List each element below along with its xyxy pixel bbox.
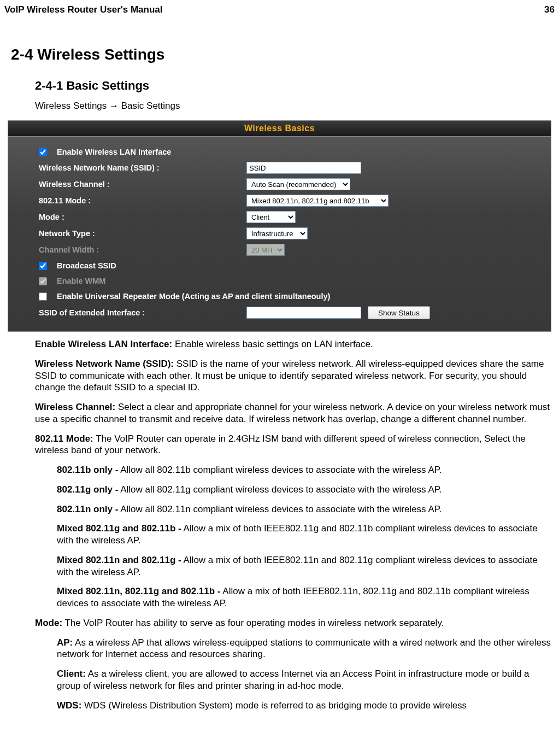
row-channel: Wireless Channel : Auto Scan (recommende…	[8, 176, 551, 192]
page-header: VoIP Wireless Router User's Manual 36	[4, 4, 555, 15]
row-network-type: Network Type : Infrastructure	[8, 225, 551, 242]
desc-ssid: Wireless Network Name (SSID): SSID is th…	[35, 358, 555, 394]
enable-wmm-checkbox	[39, 277, 47, 285]
desc-ap: AP: As a wireless AP that allows wireles…	[57, 637, 555, 661]
broadcast-ssid-label: Broadcast SSID	[57, 261, 116, 270]
desc-mixed-ng: Mixed 802.11n and 802.11g - Allow a mix …	[57, 554, 555, 578]
mode-select[interactable]: Client	[246, 211, 296, 223]
wireless-basics-panel: Wireless Basics Enable Wireless LAN Inte…	[8, 120, 551, 332]
row-ssid: Wireless Network Name (SSID) :	[8, 160, 551, 176]
channel-select[interactable]: Auto Scan (recommended)	[246, 178, 350, 190]
enable-wlan-label: Enable Wireless LAN Interface	[57, 148, 171, 156]
desc-80211g: 802.11g only - Allow all 802.11g complia…	[57, 484, 555, 496]
mode80211-select[interactable]: Mixed 802.11n, 802.11g and 802.11b	[246, 195, 389, 207]
ssid-label: Wireless Network Name (SSID) :	[39, 163, 246, 172]
panel-body: Enable Wireless LAN Interface Wireless N…	[8, 137, 551, 331]
network-type-select[interactable]: Infrastructure	[246, 227, 308, 239]
row-ext-ssid: SSID of Extended Interface : Show Status	[8, 304, 551, 321]
desc-80211b: 802.11b only - Allow all 802.11b complia…	[57, 464, 555, 476]
row-channel-width: Channel Width : 20 MH	[8, 242, 551, 258]
section-heading-2: 2-4-1 Basic Settings	[35, 79, 555, 93]
ssid-input[interactable]	[246, 162, 361, 174]
page-number: 36	[544, 4, 555, 15]
row-enable-wlan: Enable Wireless LAN Interface	[8, 144, 551, 160]
row-broadcast-ssid: Broadcast SSID	[8, 258, 551, 273]
doc-title: VoIP Wireless Router User's Manual	[4, 4, 163, 15]
desc-80211n: 802.11n only - Allow all 802.11n complia…	[57, 503, 555, 515]
repeater-checkbox[interactable]	[39, 292, 47, 301]
channel-width-label: Channel Width :	[39, 245, 246, 254]
ext-ssid-input[interactable]	[246, 307, 361, 319]
enable-wlan-checkbox[interactable]	[39, 148, 47, 156]
mode-label: Mode :	[39, 213, 246, 221]
enable-wmm-label: Enable WMM	[57, 277, 105, 285]
breadcrumb: Wireless Settings → Basic Settings	[35, 101, 555, 112]
row-80211-mode: 802.11 Mode : Mixed 802.11n, 802.11g and…	[8, 192, 551, 209]
panel-title: Wireless Basics	[8, 121, 551, 137]
broadcast-ssid-checkbox[interactable]	[39, 262, 47, 270]
desc-enable: Enable Wireless LAN Interface: Enable wi…	[35, 338, 555, 350]
show-status-button[interactable]: Show Status	[368, 306, 430, 319]
desc-channel: Wireless Channel: Select a clear and app…	[35, 401, 555, 425]
channel-width-select: 20 MH	[246, 244, 285, 256]
section-heading-1: 2-4 Wireless Settings	[11, 46, 555, 63]
network-type-label: Network Type :	[39, 229, 246, 238]
repeater-label: Enable Universal Repeater Mode (Acting a…	[57, 292, 330, 301]
desc-mixed-gb: Mixed 802.11g and 802.11b - Allow a mix …	[57, 523, 555, 547]
channel-label: Wireless Channel :	[39, 180, 246, 189]
row-enable-wmm: Enable WMM	[8, 273, 551, 289]
desc-mixed-ngb: Mixed 802.11n, 802.11g and 802.11b - All…	[57, 585, 555, 610]
desc-80211: 802.11 Mode: The VoIP Router can operate…	[35, 433, 555, 457]
mode80211-label: 802.11 Mode :	[39, 196, 246, 205]
desc-client: Client: As a wireless client, you are al…	[57, 668, 555, 692]
row-mode: Mode : Client	[8, 209, 551, 225]
desc-mode: Mode: The VoIP Router has ability to ser…	[35, 617, 555, 629]
ext-ssid-label: SSID of Extended Interface :	[39, 308, 246, 317]
desc-wds: WDS: WDS (Wireless Distribution System) …	[57, 700, 555, 712]
row-repeater: Enable Universal Repeater Mode (Acting a…	[8, 289, 551, 304]
